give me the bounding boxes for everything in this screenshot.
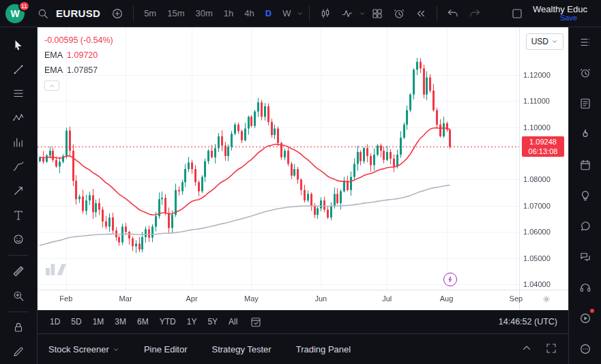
arrow-marker-tool-icon[interactable] xyxy=(0,179,38,203)
range-6m[interactable]: 6M xyxy=(132,310,154,334)
panel-controls xyxy=(521,342,557,357)
timeframe-1d[interactable]: D xyxy=(261,0,276,27)
edit-tool-icon[interactable] xyxy=(0,339,38,364)
panel-maximize-icon[interactable] xyxy=(545,342,557,357)
layout-name-block[interactable]: Wealthy Educ Save xyxy=(533,5,596,22)
user-avatar[interactable]: W 11 xyxy=(5,3,27,24)
tab-strategy-tester[interactable]: Strategy Tester xyxy=(211,344,271,354)
range-1y[interactable]: 1Y xyxy=(181,310,203,334)
time-axis-label: Mar xyxy=(119,294,132,303)
range-ytd[interactable]: YTD xyxy=(154,310,181,334)
range-5d[interactable]: 5D xyxy=(65,310,87,334)
replay-icon[interactable] xyxy=(411,5,431,22)
toolbar-separator xyxy=(133,6,134,21)
quick-action-flash-icon[interactable] xyxy=(443,273,457,286)
compare-add-icon[interactable] xyxy=(107,5,128,22)
brush-tool-icon[interactable] xyxy=(0,154,38,179)
indicators-menu-caret-icon[interactable] xyxy=(359,10,366,17)
conversations-icon[interactable] xyxy=(569,241,601,272)
save-button[interactable]: Save xyxy=(560,14,596,22)
layout-grid-icon[interactable] xyxy=(367,5,387,22)
indicators-icon[interactable] xyxy=(337,5,357,22)
range-3m[interactable]: 3M xyxy=(109,310,132,334)
chart-legend: -0.00595 (-0.54%) EMA1.09720 EMA1.07857 xyxy=(44,35,113,91)
price-chart-canvas[interactable] xyxy=(38,27,568,310)
trading-platform: W 11 EURUSD 5m 15m 30m 1h 4h D W xyxy=(0,0,601,364)
watchlist-icon[interactable] xyxy=(569,27,601,58)
date-range-toolbar: 1D 5D 1M 3M 6M YTD 1Y 5Y All 14:46:52 (U… xyxy=(38,310,568,334)
fib-retracement-tool-icon[interactable] xyxy=(0,81,38,106)
ideas-icon[interactable] xyxy=(569,181,601,211)
ema-fast-legend[interactable]: EMA1.09720 xyxy=(44,50,113,60)
alert-icon[interactable] xyxy=(389,5,409,22)
panel-expand-up-icon[interactable] xyxy=(521,342,533,357)
toolbar-separator xyxy=(437,6,437,21)
currency-dropdown[interactable]: USD xyxy=(526,33,563,50)
range-5y[interactable]: 5Y xyxy=(202,310,223,334)
rail-divider xyxy=(8,255,29,256)
server-clock[interactable]: 14:46:52 (UTC) xyxy=(499,317,561,327)
drawing-toolbar xyxy=(0,27,38,364)
timeframe-5m[interactable]: 5m xyxy=(139,0,161,27)
text-tool-icon[interactable] xyxy=(0,203,38,228)
tab-stock-screener[interactable]: Stock Screener xyxy=(48,344,119,354)
price-axis-label: 1.10000 xyxy=(523,123,551,132)
timeframe-1h[interactable]: 1h xyxy=(219,0,238,27)
chart-area[interactable]: -0.00595 (-0.54%) EMA1.09720 EMA1.07857 … xyxy=(38,27,568,310)
alerts-icon[interactable] xyxy=(569,58,601,89)
save-layout-icon[interactable] xyxy=(507,5,527,22)
news-icon[interactable] xyxy=(569,89,601,119)
redo-icon[interactable] xyxy=(465,5,485,22)
notification-badge: 11 xyxy=(18,1,30,12)
lock-drawings-icon[interactable] xyxy=(0,316,38,340)
rail-divider xyxy=(8,312,29,312)
forecast-tool-icon[interactable] xyxy=(0,130,38,155)
undo-icon[interactable] xyxy=(443,5,463,22)
time-axis-label: Feb xyxy=(59,294,72,303)
timeframe-4h[interactable]: 4h xyxy=(239,0,259,27)
range-all[interactable]: All xyxy=(223,310,243,334)
price-axis-label: 1.05000 xyxy=(523,254,551,262)
timeframe-menu-caret-icon[interactable] xyxy=(297,10,304,17)
hotlist-icon[interactable] xyxy=(569,119,601,150)
search-icon[interactable] xyxy=(33,5,53,22)
tab-pine-editor[interactable]: Pine Editor xyxy=(144,344,188,354)
layout-name[interactable]: Wealthy Educ xyxy=(533,5,596,14)
goto-date-icon[interactable] xyxy=(250,316,262,328)
chat-icon[interactable] xyxy=(569,211,601,241)
price-axis-label: 1.12000 xyxy=(523,71,551,79)
axis-settings-gear-icon[interactable] xyxy=(542,294,551,306)
layout-save-cluster: Wealthy Educ Save xyxy=(507,5,596,22)
tab-trading-panel[interactable]: Trading Panel xyxy=(296,344,351,354)
price-axis-label: 1.07000 xyxy=(523,202,551,210)
pattern-tool-icon[interactable] xyxy=(0,106,38,130)
timeframe-1w[interactable]: W xyxy=(278,0,295,27)
cursor-tool-icon[interactable] xyxy=(0,33,38,57)
support-icon[interactable] xyxy=(569,272,601,303)
price-axis-label: 1.06000 xyxy=(523,228,551,236)
tutorials-icon[interactable] xyxy=(569,303,601,333)
last-price-badge: 1.09248 06:13:08 xyxy=(522,136,564,157)
zoom-tool-icon[interactable] xyxy=(0,284,38,308)
timeframe-15m[interactable]: 15m xyxy=(162,0,189,27)
time-axis-label: Apr xyxy=(186,294,198,303)
measure-tool-icon[interactable] xyxy=(0,259,38,284)
range-1m[interactable]: 1M xyxy=(87,310,110,334)
price-axis-label: 1.11000 xyxy=(523,97,550,105)
legend-collapse-button[interactable] xyxy=(44,80,59,91)
timeframe-30m[interactable]: 30m xyxy=(191,0,218,27)
emoji-tool-icon[interactable] xyxy=(0,228,38,252)
calendar-icon[interactable] xyxy=(569,150,601,181)
bottom-panel-tabs: Stock Screener Pine Editor Strategy Test… xyxy=(38,335,568,364)
time-axis-label: Sep xyxy=(510,294,523,303)
symbol-name[interactable]: EURUSD xyxy=(55,7,106,19)
time-axis-label: Jun xyxy=(314,294,327,303)
trend-line-tool-icon[interactable] xyxy=(0,57,38,82)
range-1d[interactable]: 1D xyxy=(44,310,65,334)
ema-slow-legend[interactable]: EMA1.07857 xyxy=(44,65,113,75)
toolbar-separator xyxy=(309,6,310,21)
chart-style-icon[interactable] xyxy=(315,5,336,22)
time-axis-label: May xyxy=(244,294,259,303)
tutorials-notification-dot xyxy=(589,308,595,314)
more-icon[interactable] xyxy=(569,333,601,364)
